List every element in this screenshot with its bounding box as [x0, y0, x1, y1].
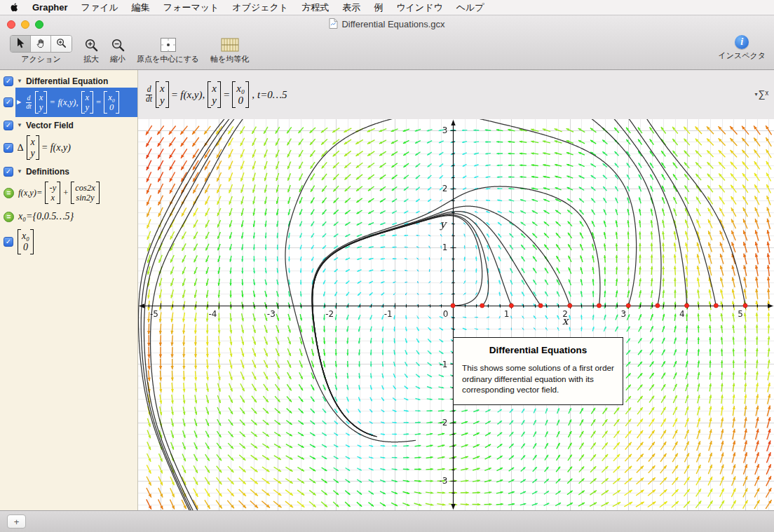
graph-area: Differential Equations This shows some s… — [138, 119, 774, 510]
section-definitions[interactable]: ✓ ▼ Definitions — [0, 165, 137, 178]
close-button[interactable] — [7, 20, 15, 29]
checkbox-checked-icon[interactable]: ✓ — [4, 97, 13, 107]
vector-field-equation: ∆xy=f(x,y) — [17, 135, 72, 160]
zoom-tool-button[interactable] — [51, 36, 72, 52]
equation-row-f-definition[interactable]: = f(x,y)=-yx+cos2xsin2y — [0, 178, 137, 207]
zoom-out-tool[interactable]: 縮小 — [110, 35, 125, 64]
inspector-label: インスペクタ — [718, 50, 766, 61]
window-controls — [7, 20, 43, 29]
checkbox-checked-icon[interactable]: ✓ — [4, 121, 13, 130]
hand-tool-button[interactable] — [31, 36, 51, 52]
disclosure-down-icon[interactable]: ▼ — [17, 123, 22, 128]
equation-row-vector-field[interactable]: ✓ ∆xy=f(x,y) — [0, 132, 137, 163]
arrow-tool-button[interactable] — [11, 36, 31, 52]
dropdown-arrow-icon: ▾ — [754, 91, 757, 97]
center-origin-label: 原点を中心にする — [137, 54, 199, 64]
annotation-box[interactable]: Differential Equations This shows some s… — [453, 337, 623, 405]
menu-item[interactable]: フォーマット — [163, 1, 219, 14]
magnifier-plus-icon — [56, 38, 67, 50]
screen: Grapher ファイル編集フォーマットオブジェクト方程式表示例ウインドウヘルプ… — [0, 0, 774, 532]
equation-bar: ddtxy=f(x,y),xy=x₀0, t=0…5 ▾ ∑ˣ — [138, 70, 774, 119]
fullscreen-button[interactable] — [35, 20, 43, 29]
toolbar: アクション 拡大 縮小 原点を中心にする 軸を均等化 i インスペ — [0, 33, 774, 70]
inspector-tool[interactable]: i インスペクタ — [718, 35, 766, 61]
section-label: Definitions — [26, 167, 69, 177]
zoom-in-label: 拡大 — [83, 54, 99, 64]
minimize-button[interactable] — [21, 20, 29, 29]
titlebar[interactable]: Differential Equations.gcx — [0, 15, 774, 33]
checkbox-checked-icon[interactable]: ✓ — [4, 143, 13, 153]
menu-item[interactable]: 表示 — [342, 1, 360, 14]
actions-segmented-control — [10, 35, 72, 53]
window-chrome: Differential Equations.gcx アクション 拡大 縮小 — [0, 15, 774, 70]
app-menu-grapher[interactable]: Grapher — [32, 2, 68, 13]
sidebar-equation-list: ✓ ▼ Differential Equation ✓ ▶ ddtxy=f(x,… — [0, 70, 138, 510]
center-origin-tool[interactable]: 原点を中心にする — [137, 35, 199, 64]
content: ✓ ▼ Differential Equation ✓ ▶ ddtxy=f(x,… — [0, 70, 774, 510]
section-vector-field[interactable]: ✓ ▼ Vector Field — [0, 119, 137, 132]
window-title: Differential Equations.gcx — [329, 18, 444, 31]
ode-equation: ddtxy=f(x,y),xy=x₀0 — [25, 91, 120, 114]
definition-equals-icon: = — [4, 212, 14, 222]
inspector-info-icon: i — [735, 35, 749, 49]
x0-definition-equation: x₀={0,0.5…5} — [18, 211, 74, 222]
zoom-out-icon — [111, 35, 125, 53]
section-label: Differential Equation — [26, 76, 108, 86]
equalize-axes-tool[interactable]: 軸を均等化 — [210, 35, 249, 64]
sum-icon: ∑ˣ — [758, 88, 768, 100]
actions-label: アクション — [21, 54, 60, 64]
equalize-axes-icon — [221, 35, 239, 53]
hand-icon — [36, 38, 46, 50]
disclosure-down-icon[interactable]: ▼ — [17, 169, 22, 175]
menu-items: ファイル編集フォーマットオブジェクト方程式表示例ウインドウヘルプ — [81, 1, 484, 14]
graph-canvas[interactable] — [138, 119, 774, 510]
zoom-in-tool[interactable]: 拡大 — [83, 35, 99, 64]
menu-item[interactable]: ファイル — [81, 1, 118, 14]
equation-row-ode[interactable]: ✓ ▶ ddtxy=f(x,y),xy=x₀0 — [0, 88, 137, 117]
window-title-text: Differential Equations.gcx — [341, 19, 444, 29]
bottom-bar: + — [0, 510, 774, 532]
menubar: Grapher ファイル編集フォーマットオブジェクト方程式表示例ウインドウヘルプ — [0, 0, 774, 15]
definition-equals-icon: = — [4, 188, 14, 198]
operations-button[interactable]: ▾ ∑ˣ — [754, 88, 768, 100]
section-label: Vector Field — [26, 121, 74, 130]
document-icon — [329, 18, 338, 31]
menu-item[interactable]: 方程式 — [301, 1, 329, 14]
menu-item[interactable]: ウインドウ — [396, 1, 443, 14]
checkbox-checked-icon[interactable]: ✓ — [4, 167, 13, 177]
center-origin-icon — [160, 35, 177, 53]
equation-row-initial-vector[interactable]: ✓ x₀0 — [0, 226, 137, 257]
actions-tool-group: アクション — [10, 35, 72, 64]
checkbox-checked-icon[interactable]: ✓ — [4, 237, 13, 247]
menu-item[interactable]: 編集 — [132, 1, 150, 14]
menu-item[interactable]: オブジェクト — [232, 1, 288, 14]
checkbox-checked-icon[interactable]: ✓ — [4, 76, 13, 86]
add-equation-button[interactable]: + — [7, 514, 26, 528]
zoom-in-icon — [84, 35, 99, 53]
menu-item[interactable]: ヘルプ — [456, 1, 484, 14]
cursor-arrow-icon — [16, 38, 25, 50]
f-definition-equation: f(x,y)=-yx+cos2xsin2y — [18, 182, 100, 204]
equation-row-x0-definition[interactable]: = x₀={0,0.5…5} — [0, 207, 137, 226]
menu-item[interactable]: 例 — [374, 1, 383, 14]
main-equation[interactable]: ddtxy=f(x,y),xy=x₀0, t=0…5 — [144, 81, 288, 108]
disclosure-down-icon[interactable]: ▼ — [17, 79, 22, 84]
annotation-body: This shows some solutions of a first ord… — [462, 363, 614, 396]
initial-vector-equation: x₀0 — [17, 229, 34, 254]
equalize-axes-label: 軸を均等化 — [210, 54, 249, 64]
disclosure-right-icon[interactable]: ▶ — [17, 100, 21, 105]
main-pane: ddtxy=f(x,y),xy=x₀0, t=0…5 ▾ ∑ˣ Differen… — [138, 70, 774, 510]
apple-menu-icon[interactable] — [10, 2, 19, 13]
annotation-title: Differential Equations — [462, 345, 614, 355]
zoom-out-label: 縮小 — [110, 54, 125, 64]
section-differential-equation[interactable]: ✓ ▼ Differential Equation — [0, 75, 137, 88]
